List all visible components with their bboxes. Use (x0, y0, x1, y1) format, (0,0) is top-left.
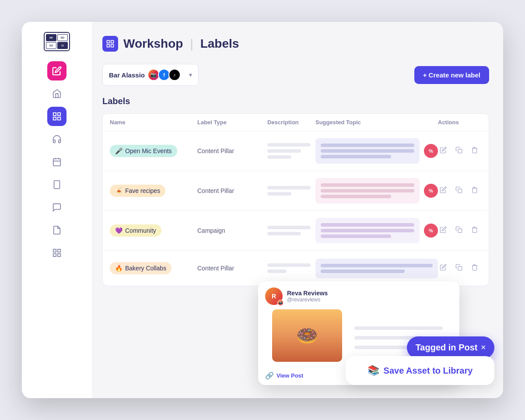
edit-button[interactable] (438, 262, 448, 274)
page-title-workshop: Workshop (123, 37, 183, 51)
label-name-cell: 🍝 Fave recipes (110, 185, 197, 197)
sidebar-item-messages[interactable] (47, 198, 66, 217)
topic-percent-badge: % (424, 184, 438, 198)
sidebar-item-calendar[interactable] (47, 152, 66, 172)
desc-line (267, 226, 311, 229)
delete-button[interactable] (469, 185, 480, 197)
col-header-name: Name (110, 119, 197, 126)
suggested-topic-cell: % (315, 178, 438, 203)
post-text-line (354, 326, 443, 330)
label-type-cell: Content Pillar (197, 147, 267, 154)
edit-button[interactable] (438, 224, 448, 237)
delete-button[interactable] (469, 145, 480, 157)
desc-line (267, 192, 291, 196)
topic-line (321, 223, 414, 227)
label-emoji: 🔥 (115, 265, 122, 272)
topic-bg (315, 218, 420, 243)
sidebar-item-mobile[interactable] (47, 175, 66, 194)
poster-handle: @revareviews (287, 297, 452, 303)
svg-rect-1 (58, 113, 60, 116)
label-text: Open Mic Events (125, 147, 172, 154)
svg-rect-4 (53, 159, 61, 166)
actions-cell (438, 185, 482, 197)
table-row: 💜 Community Campaign (103, 211, 489, 251)
label-name-cell: 🔥 Bakery Collabs (110, 262, 197, 274)
topic-line (321, 183, 414, 187)
account-name: Bar Alassio (109, 71, 145, 79)
svg-rect-14 (107, 41, 110, 43)
label-type-cell: Campaign (197, 227, 267, 234)
desc-line (267, 149, 301, 153)
copy-button[interactable] (454, 145, 464, 157)
label-badge-open-mic: 🎤 Open Mic Events (110, 145, 177, 157)
desc-line (267, 155, 291, 159)
copy-button[interactable] (454, 224, 464, 237)
sidebar-item-home[interactable] (47, 84, 66, 103)
svg-rect-20 (458, 229, 462, 233)
edit-button[interactable] (438, 145, 448, 157)
label-name-cell: 🎤 Open Mic Events (110, 145, 197, 157)
svg-rect-12 (53, 254, 56, 256)
svg-rect-3 (58, 117, 60, 120)
external-link-icon: 🔗 (265, 371, 274, 380)
edit-button[interactable] (438, 185, 448, 197)
poster-name: Reva Reviews (287, 290, 452, 297)
poster-avatar-badge: 📷 (277, 300, 284, 306)
actions-cell (438, 224, 482, 237)
topic-line (321, 195, 391, 198)
copy-button[interactable] (454, 185, 464, 197)
sidebar-item-listen[interactable] (47, 130, 66, 149)
label-emoji: 🍝 (115, 187, 122, 194)
labels-section: Labels Name Label Type Description Sugge… (102, 96, 489, 286)
labels-table: Name Label Type Description Suggested To… (102, 113, 489, 286)
sidebar-item-workshop[interactable] (47, 107, 66, 126)
toolbar: Bar Alassio 📷 f ♪ ▾ + Create new label (102, 64, 489, 86)
sidebar-item-create[interactable] (47, 61, 66, 80)
sidebar-item-more[interactable] (47, 243, 66, 262)
delete-button[interactable] (469, 262, 480, 274)
topic-lines (321, 183, 414, 198)
sidebar: SK ED SO CI (22, 22, 92, 398)
description-cell (267, 186, 315, 196)
view-post-link[interactable]: View Post (276, 372, 303, 379)
topic-line (321, 144, 414, 147)
svg-rect-13 (58, 254, 60, 256)
col-header-type: Label Type (197, 119, 267, 126)
create-new-label-button[interactable]: + Create new label (414, 66, 489, 84)
topic-bg (315, 178, 420, 203)
save-asset-text: Save Asset to Library (384, 366, 473, 376)
delete-button[interactable] (469, 224, 480, 237)
topic-lines (321, 264, 433, 273)
chevron-down-icon: ▾ (189, 71, 192, 78)
svg-rect-10 (53, 249, 56, 252)
label-badge-community: 💜 Community (110, 224, 161, 237)
topic-line (321, 264, 433, 267)
title-divider: | (190, 37, 193, 51)
account-selector[interactable]: Bar Alassio 📷 f ♪ ▾ (102, 64, 199, 86)
label-text: Fave recipes (125, 187, 160, 194)
save-asset-popup[interactable]: 📚 Save Asset to Library (346, 356, 494, 385)
topic-percent-badge: % (424, 224, 438, 238)
col-header-desc: Description (267, 119, 315, 126)
donut-image: 🍩 (272, 309, 342, 362)
copy-button[interactable] (454, 262, 464, 274)
desc-line (267, 186, 311, 189)
svg-rect-15 (111, 41, 114, 43)
topic-line (321, 234, 391, 238)
page-subtitle-labels: Labels (200, 37, 239, 51)
desc-line (267, 270, 287, 273)
actions-cell (438, 145, 482, 157)
label-type-cell: Content Pillar (197, 187, 267, 194)
sidebar-item-pages[interactable] (47, 220, 66, 240)
svg-rect-17 (111, 45, 114, 47)
page-header: Workshop | Labels (102, 36, 489, 52)
topic-line (321, 155, 391, 158)
close-tagged-popup-button[interactable]: × (481, 343, 486, 352)
post-image: 🍩 (272, 309, 342, 362)
description-cell (267, 263, 315, 273)
col-header-actions: Actions (438, 119, 482, 126)
topic-line (321, 229, 414, 232)
desc-line (267, 263, 311, 267)
svg-rect-18 (458, 149, 462, 153)
suggested-topic-cell (315, 259, 438, 278)
